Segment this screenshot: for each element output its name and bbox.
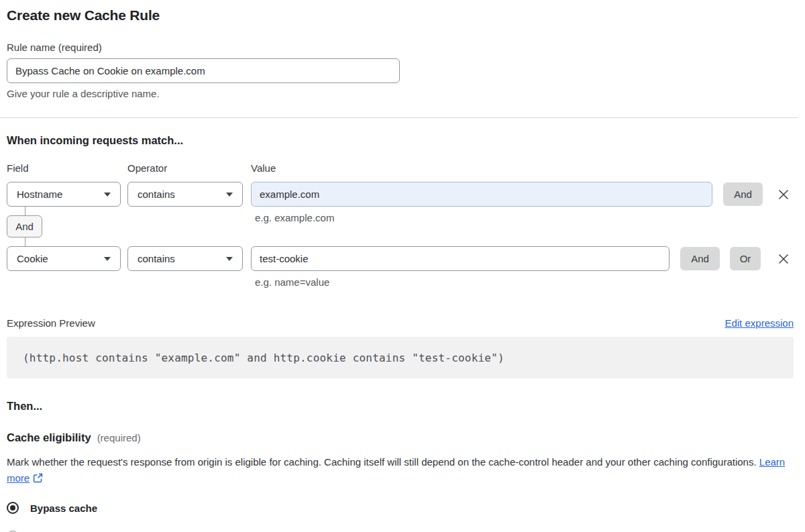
section-divider (0, 117, 798, 118)
cache-eligibility-description: Mark whether the request's response from… (7, 454, 788, 486)
condition-connector-zone: And e.g. example.com (7, 207, 794, 246)
field-column-label: Field (7, 162, 127, 174)
value-column-label: Value (251, 162, 794, 174)
close-icon (777, 188, 790, 201)
then-section-heading: Then... (7, 400, 794, 413)
cache-eligibility-title: Cache eligibility (7, 431, 91, 444)
remove-condition-row2-button[interactable] (775, 251, 792, 267)
value-hint-row1: e.g. example.com (255, 212, 334, 223)
value-input-row2[interactable] (251, 246, 669, 271)
rule-name-label: Rule name (required) (7, 42, 794, 53)
radio-label-bypass-cache: Bypass cache (30, 502, 97, 514)
create-cache-rule-form: Create new Cache Rule Rule name (require… (0, 0, 805, 532)
chevron-down-icon (104, 257, 111, 261)
edit-expression-link[interactable]: Edit expression (724, 317, 794, 329)
cache-eligibility-options: Bypass cache Eligible for cache (7, 502, 794, 532)
expression-preview-header: Expression Preview Edit expression (7, 317, 794, 329)
value-hint-row2: e.g. name=value (255, 276, 794, 288)
operator-select-row2-value: contains (138, 253, 175, 264)
external-link-icon (33, 473, 43, 483)
close-icon (777, 252, 790, 266)
match-section-heading: When incoming requests match... (7, 134, 794, 147)
operator-select-row1-value: contains (138, 189, 175, 200)
radio-option-bypass-cache[interactable]: Bypass cache (7, 502, 794, 514)
field-select-row2-value: Cookie (17, 253, 48, 264)
operator-select-row2[interactable]: contains (127, 246, 243, 271)
match-row-1: Hostname contains And (7, 182, 794, 207)
field-select-row2[interactable]: Cookie (7, 246, 121, 271)
chevron-down-icon (226, 257, 233, 261)
chevron-down-icon (104, 193, 111, 197)
cache-eligibility-heading: Cache eligibility (required) (7, 431, 794, 444)
radio-selected-icon[interactable] (7, 502, 19, 514)
and-button-row1[interactable]: And (723, 182, 763, 206)
field-select-row1-value: Hostname (17, 189, 62, 200)
connector-and-badge: And (7, 215, 42, 237)
rule-name-input[interactable] (7, 58, 400, 83)
value-input-row1[interactable] (251, 182, 712, 207)
description-text: Mark whether the request's response from… (7, 456, 757, 468)
match-row-2: Cookie contains And Or (7, 246, 794, 271)
field-select-row1[interactable]: Hostname (7, 182, 121, 207)
expression-preview-label: Expression Preview (7, 317, 95, 329)
required-badge: (required) (97, 432, 141, 443)
operator-select-row1[interactable]: contains (127, 182, 243, 207)
chevron-down-icon (226, 193, 233, 197)
page-title: Create new Cache Rule (7, 7, 794, 23)
or-button-row2[interactable]: Or (730, 247, 761, 270)
operator-column-label: Operator (127, 162, 251, 174)
rule-name-help: Give your rule a descriptive name. (7, 88, 794, 99)
match-column-labels: Field Operator Value (7, 162, 794, 174)
remove-condition-row1-button[interactable] (775, 187, 792, 203)
and-button-row2[interactable]: And (680, 247, 720, 270)
expression-preview-code: (http.host contains "example.com" and ht… (7, 337, 794, 378)
